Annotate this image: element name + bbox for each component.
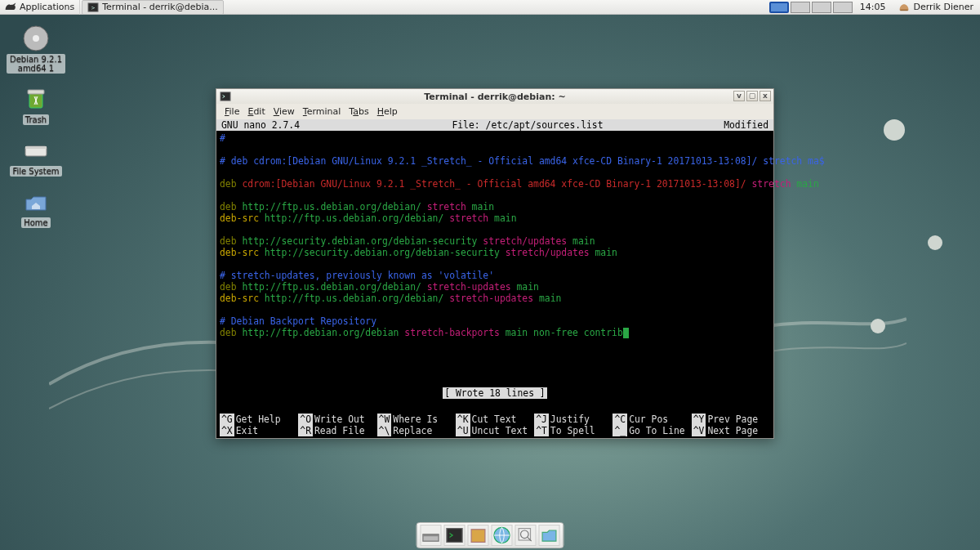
nano-modified: Modified (692, 119, 773, 131)
shortcut-label: Uncut Text (472, 425, 528, 436)
taskbar-item-terminal[interactable]: ＞ Terminal - derrik@debia... (82, 0, 224, 15)
xfce-mouse-icon (5, 2, 16, 11)
minimize-button[interactable]: v (733, 91, 745, 101)
applications-label: Applications (20, 2, 74, 12)
shortcut-key: ^R (298, 425, 313, 436)
window-title: Terminal - derrik@debian: ~ (424, 92, 565, 102)
svg-rect-8 (25, 146, 47, 149)
nano-line: deb http://security.debian.org/debian-se… (220, 235, 770, 247)
clock[interactable]: 14:05 (853, 2, 893, 12)
terminal-icon: ＞ (87, 2, 99, 13)
shortcut-key: ^Y (692, 414, 706, 425)
nano-shortcut: ^_ Go To Line (612, 425, 691, 436)
shortcut-label: Get Help (236, 414, 281, 425)
dock-appfinder[interactable] (515, 525, 537, 546)
disc-icon (22, 25, 50, 52)
shortcut-label: Exit (236, 425, 258, 436)
shortcut-key: ^_ (612, 425, 627, 436)
nano-status: [ Wrote 18 lines ] (443, 387, 546, 399)
top-panel: Applications ＞ Terminal - derrik@debia..… (0, 0, 980, 15)
desktop-icon-disc[interactable]: Debian 9.2.1 amd64 1 (7, 25, 65, 74)
terminal-window: Terminal - derrik@debian: ~ v ▢ x File E… (216, 88, 774, 439)
desktop-icon-label: Home (21, 217, 51, 228)
nano-shortcut: ^K Cut Text (456, 414, 534, 425)
nano-line: # Debian Backport Repository (220, 315, 376, 327)
dock-web-browser[interactable] (492, 525, 513, 546)
desktop-icon-trash[interactable]: Trash (7, 85, 65, 125)
maximize-button[interactable]: ▢ (746, 91, 758, 101)
shortcut-label: Justify (550, 414, 590, 425)
folder-home-icon (22, 188, 50, 216)
terminal-content[interactable]: GNU nano 2.7.4 File: /etc/apt/sources.li… (216, 119, 773, 438)
workspace-2[interactable] (791, 2, 810, 13)
shortcut-key: ^O (298, 414, 313, 425)
svg-rect-12 (447, 529, 462, 543)
globe-icon (492, 525, 512, 545)
shortcut-key: ^U (456, 425, 470, 436)
workspace-3[interactable] (812, 2, 831, 13)
svg-point-4 (33, 35, 39, 42)
menu-file[interactable]: File (221, 105, 243, 118)
shortcut-label: Next Page (707, 425, 758, 436)
nano-shortcut: ^T To Spell (534, 425, 612, 436)
desktop-icon-filesystem[interactable]: File System (7, 136, 65, 177)
dock-file-manager[interactable] (468, 525, 489, 546)
shortcut-label: Prev Page (707, 414, 758, 425)
dock-directory[interactable] (539, 525, 560, 546)
titlebar[interactable]: Terminal - derrik@debian: ~ v ▢ x (216, 89, 773, 104)
svg-rect-9 (220, 92, 230, 101)
menu-terminal[interactable]: Terminal (300, 105, 345, 118)
search-icon (516, 525, 536, 545)
applications-menu[interactable]: Applications (0, 0, 80, 15)
menu-view[interactable]: View (270, 105, 298, 118)
drive-icon (22, 136, 50, 164)
user-menu[interactable]: Derrik Diener (892, 2, 980, 12)
nano-shortcut: ^V Next Page (692, 425, 770, 436)
shortcut-label: Write Out (314, 414, 365, 425)
menu-edit[interactable]: Edit (244, 105, 268, 118)
nano-line: deb http://ftp.us.debian.org/debian/ str… (220, 281, 770, 293)
desktop-icon (421, 525, 441, 545)
nano-shortcut: ^R Read File (298, 425, 376, 436)
cursor-icon (623, 328, 629, 338)
svg-rect-2 (901, 10, 908, 11)
desktop-icon-home[interactable]: Home (7, 188, 65, 228)
shortcut-key: ^G (220, 414, 234, 425)
desktop-icon-label: Debian 9.2.1 amd64 1 (7, 54, 65, 74)
terminal-icon (445, 525, 465, 545)
nano-line: deb http://ftp.debian.org/debian stretch… (220, 327, 770, 338)
svg-rect-11 (423, 534, 439, 536)
shortcut-label: Read File (314, 425, 365, 436)
nano-line: # (220, 132, 225, 144)
nano-shortcut: ^X Exit (220, 425, 298, 436)
wallpaper-dot (928, 235, 942, 250)
nano-line: # stretch-updates, previously known as '… (220, 270, 494, 281)
nano-file: File: /etc/apt/sources.list (363, 119, 692, 131)
nano-line: deb http://ftp.us.debian.org/debian/ str… (220, 201, 770, 212)
menu-help[interactable]: Help (374, 105, 401, 118)
dock-terminal[interactable] (444, 525, 466, 546)
svg-rect-6 (28, 90, 44, 94)
nano-shortcut: ^W Where Is (377, 414, 456, 425)
nano-line: deb-src http://ftp.us.debian.org/debian/… (220, 212, 770, 224)
nano-shortcut: ^C Cur Pos (612, 414, 691, 425)
workspace-1[interactable] (769, 2, 789, 13)
shortcut-key: ^X (220, 425, 234, 436)
nano-header: GNU nano 2.7.4 File: /etc/apt/sources.li… (216, 119, 773, 131)
dock-show-desktop[interactable] (421, 525, 442, 546)
wallpaper-dot (884, 119, 905, 141)
menu-tabs[interactable]: Tabs (345, 105, 372, 118)
taskbar-item-label: Terminal - derrik@debia... (102, 2, 218, 12)
workspace-4[interactable] (833, 2, 853, 13)
shortcut-key: ^K (456, 414, 470, 425)
nano-body: # # deb cdrom:[Debian GNU/Linux 9.2.1 _S… (216, 131, 773, 399)
nano-line: # deb cdrom:[Debian GNU/Linux 9.2.1 _Str… (220, 155, 825, 167)
nano-shortcut: ^G Get Help (220, 414, 298, 425)
nano-shortcut: ^J Justify (534, 414, 612, 425)
folder-open-icon (540, 525, 559, 545)
close-button[interactable]: x (760, 91, 771, 101)
nano-shortcut: ^O Write Out (298, 414, 376, 425)
nano-version: GNU nano 2.7.4 (216, 119, 363, 131)
nano-line: deb-src http://ftp.us.debian.org/debian/… (220, 293, 770, 304)
nano-shortcut: ^\ Replace (377, 425, 456, 436)
